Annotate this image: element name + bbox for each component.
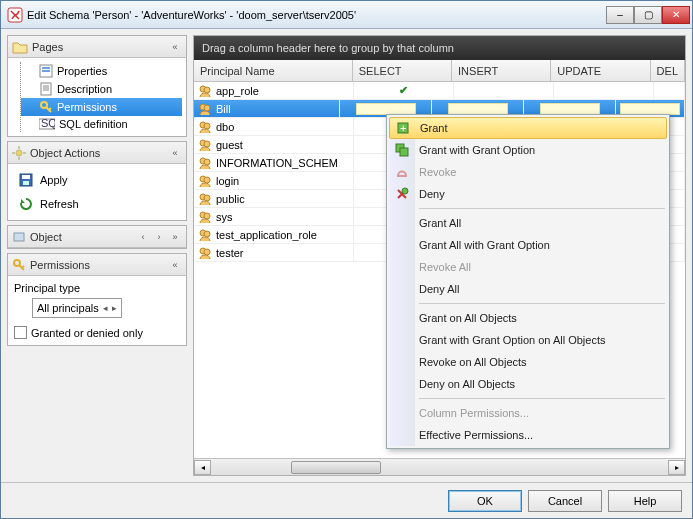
collapse-icon[interactable]: «: [168, 146, 182, 160]
help-button[interactable]: Help: [608, 490, 682, 512]
tree-label: Description: [57, 83, 112, 95]
edit-cell[interactable]: [356, 103, 416, 115]
svg-point-28: [204, 141, 210, 147]
svg-rect-17: [22, 175, 30, 179]
prev-button[interactable]: ‹: [136, 230, 150, 244]
menu-item[interactable]: Grant with Grant Option: [389, 139, 667, 161]
principal-name: public: [216, 193, 245, 205]
object-icon: [12, 230, 26, 244]
minimize-button[interactable]: –: [606, 6, 634, 24]
chevron-right-icon: ▸: [112, 303, 117, 313]
edit-cell[interactable]: [448, 103, 508, 115]
pages-tree: Properties Description Permissions SQL: [8, 58, 186, 136]
menu-label: Deny All: [419, 283, 459, 295]
dialog-footer: OK Cancel Help: [1, 482, 692, 518]
menu-item[interactable]: Deny: [389, 183, 667, 205]
refresh-label: Refresh: [40, 198, 79, 210]
expand-icon[interactable]: »: [168, 230, 182, 244]
object-panel: Object ‹ › »: [7, 225, 187, 249]
menu-label: Revoke on All Objects: [419, 356, 527, 368]
menu-item[interactable]: +Grant: [389, 117, 667, 139]
maximize-button[interactable]: ▢: [634, 6, 662, 24]
menu-label: Grant with Grant Option on All Objects: [419, 334, 605, 346]
tree-label: Properties: [57, 65, 107, 77]
menu-label: Revoke All: [419, 261, 471, 273]
menu-item[interactable]: Grant All with Grant Option: [389, 234, 667, 256]
object-title: Object: [30, 231, 62, 243]
principal-name: dbo: [216, 121, 234, 133]
cancel-button[interactable]: Cancel: [528, 490, 602, 512]
col-insert[interactable]: INSERT: [452, 60, 551, 81]
scroll-track[interactable]: [211, 460, 668, 475]
titlebar: Edit Schema 'Person' - 'AdventureWorks' …: [1, 1, 692, 29]
perm-cell[interactable]: ✔: [354, 82, 454, 99]
perm-cell[interactable]: [554, 82, 654, 99]
scroll-left-button[interactable]: ◂: [194, 460, 211, 475]
combo-value: All principals: [37, 302, 99, 314]
perm-cell[interactable]: [454, 82, 554, 99]
principal-name: app_role: [216, 85, 259, 97]
scroll-thumb[interactable]: [291, 461, 381, 474]
close-button[interactable]: ✕: [662, 6, 690, 24]
svg-point-46: [402, 188, 408, 194]
group-by-bar[interactable]: Drag a column header here to group by th…: [194, 36, 685, 60]
app-icon: [7, 7, 23, 23]
col-update[interactable]: UPDATE: [551, 60, 650, 81]
menu-item[interactable]: Effective Permissions...: [389, 424, 667, 446]
menu-label: Column Permissions...: [419, 407, 529, 419]
menu-item[interactable]: Deny All: [389, 278, 667, 300]
edit-cell[interactable]: [540, 103, 600, 115]
svg-text:SQL: SQL: [41, 118, 55, 129]
permissions-title: Permissions: [30, 259, 90, 271]
col-select[interactable]: SELECT: [353, 60, 452, 81]
collapse-icon[interactable]: «: [168, 40, 182, 54]
refresh-action[interactable]: Refresh: [12, 192, 182, 216]
horizontal-scrollbar[interactable]: ◂ ▸: [194, 458, 685, 475]
role-icon: [198, 246, 212, 260]
menu-item[interactable]: Grant on All Objects: [389, 307, 667, 329]
tree-item-sql[interactable]: SQL SQL definition: [21, 116, 182, 132]
svg-point-24: [204, 105, 210, 111]
role-icon: [198, 210, 212, 224]
svg-point-38: [204, 231, 210, 237]
principal-name: test_application_role: [216, 229, 317, 241]
col-delete[interactable]: DEL: [651, 60, 685, 81]
menu-label: Effective Permissions...: [419, 429, 533, 441]
collapse-icon[interactable]: «: [168, 258, 182, 272]
svg-point-11: [16, 150, 22, 156]
principal-type-combo[interactable]: All principals ◂ ▸: [32, 298, 122, 318]
apply-action[interactable]: Apply: [12, 168, 182, 192]
menu-item[interactable]: Revoke on All Objects: [389, 351, 667, 373]
menu-label: Grant: [420, 122, 448, 134]
sql-icon: SQL: [39, 118, 55, 130]
scroll-right-button[interactable]: ▸: [668, 460, 685, 475]
role-icon: [198, 138, 212, 152]
svg-point-30: [204, 159, 210, 165]
next-button[interactable]: ›: [152, 230, 166, 244]
ok-button[interactable]: OK: [448, 490, 522, 512]
tree-item-permissions[interactable]: Permissions: [21, 98, 182, 116]
menu-item[interactable]: Deny on All Objects: [389, 373, 667, 395]
svg-point-40: [204, 249, 210, 255]
gear-icon: [12, 146, 26, 160]
menu-item: Revoke All: [389, 256, 667, 278]
svg-rect-2: [42, 67, 50, 69]
menu-label: Revoke: [419, 166, 456, 178]
tree-item-properties[interactable]: Properties: [21, 62, 182, 80]
svg-rect-4: [41, 83, 51, 95]
svg-point-26: [204, 123, 210, 129]
description-icon: [39, 82, 53, 96]
perm-cell[interactable]: [654, 82, 685, 99]
col-principal[interactable]: Principal Name: [194, 60, 353, 81]
menu-item[interactable]: Grant with Grant Option on All Objects: [389, 329, 667, 351]
table-row[interactable]: app_role✔: [194, 82, 685, 100]
grant-icon: +: [395, 120, 411, 136]
apply-label: Apply: [40, 174, 68, 186]
granted-only-checkbox[interactable]: [14, 326, 27, 339]
role-icon: [198, 156, 212, 170]
menu-item[interactable]: Grant All: [389, 212, 667, 234]
tree-item-description[interactable]: Description: [21, 80, 182, 98]
principal-name: Bill: [216, 103, 231, 115]
role-icon: [198, 174, 212, 188]
edit-cell[interactable]: [620, 103, 680, 115]
